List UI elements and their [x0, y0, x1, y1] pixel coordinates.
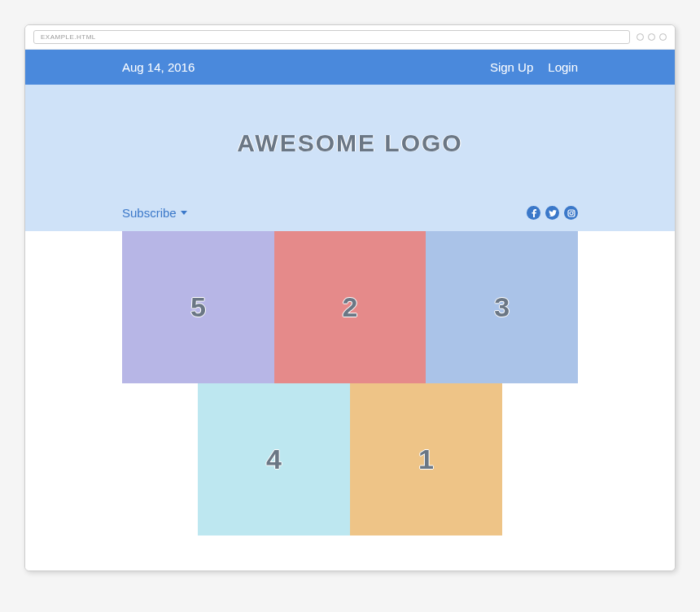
svg-point-2	[572, 211, 573, 212]
tile-3[interactable]: 3	[426, 231, 578, 383]
login-link[interactable]: Login	[548, 60, 578, 74]
tile-5[interactable]: 5	[122, 231, 274, 383]
tile-2[interactable]: 2	[274, 231, 427, 383]
tile-row-2: 4 1	[122, 383, 578, 536]
topbar-links: Sign Up Login	[490, 60, 578, 74]
tile-1[interactable]: 1	[350, 383, 502, 536]
signup-link[interactable]: Sign Up	[490, 60, 533, 74]
hero: AWESOME LOGO Subscribe	[25, 85, 675, 231]
tile-row-1: 5 2 3	[122, 231, 578, 383]
instagram-icon[interactable]	[564, 206, 578, 220]
tile-4[interactable]: 4	[198, 383, 350, 536]
caret-down-icon	[181, 211, 187, 215]
svg-point-1	[570, 212, 573, 215]
subscribe-label: Subscribe	[122, 206, 177, 220]
address-bar[interactable]: EXAMPLE.HTML	[33, 30, 630, 44]
svg-rect-0	[568, 210, 575, 216]
tile-grid: 5 2 3 4 1	[122, 231, 578, 536]
social-icons	[527, 206, 578, 220]
logo: AWESOME LOGO	[122, 129, 578, 157]
twitter-icon[interactable]	[545, 206, 559, 220]
window-dot-3[interactable]	[659, 33, 667, 41]
viewport: Aug 14, 2016 Sign Up Login AWESOME LOGO …	[25, 50, 675, 570]
window-dot-2[interactable]	[648, 33, 655, 41]
window-dot-1[interactable]	[637, 33, 644, 41]
facebook-icon[interactable]	[527, 206, 540, 220]
topbar-date: Aug 14, 2016	[122, 60, 195, 74]
browser-chrome: EXAMPLE.HTML	[25, 25, 675, 50]
window-controls	[637, 33, 667, 41]
subscribe-dropdown[interactable]: Subscribe	[122, 206, 187, 220]
browser-window: EXAMPLE.HTML Aug 14, 2016 Sign Up Login …	[24, 24, 676, 571]
topbar: Aug 14, 2016 Sign Up Login	[25, 50, 675, 85]
